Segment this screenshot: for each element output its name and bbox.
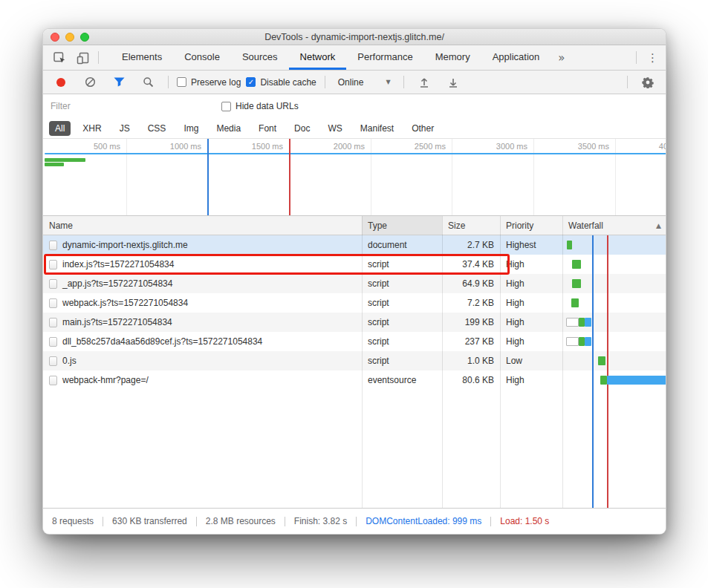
cell-name: index.js?ts=1572271054834 — [43, 255, 362, 274]
filter-toggle-button[interactable] — [107, 77, 131, 87]
filter-pill-css[interactable]: CSS — [142, 121, 172, 136]
request-row-2[interactable]: index.js?ts=1572271054834script37.4 KBHi… — [43, 255, 666, 274]
preserve-log-checkbox[interactable]: Preserve log — [177, 77, 241, 88]
hide-data-urls-checkbox[interactable]: Hide data URLs — [221, 101, 299, 111]
cell-type: script — [362, 293, 442, 313]
filter-pill-other[interactable]: Other — [406, 121, 440, 136]
checkbox-unchecked-icon — [177, 77, 186, 87]
request-name: index.js?ts=1572271054834 — [62, 259, 174, 270]
file-icon — [49, 298, 57, 308]
waterfall-waiting-bar — [598, 356, 605, 365]
cell-priority: Low — [500, 351, 562, 370]
filter-pill-xhr[interactable]: XHR — [77, 121, 107, 136]
network-filter-bar: Hide data URLs — [43, 94, 666, 118]
device-toolbar-icon — [77, 51, 90, 65]
column-header-priority[interactable]: Priority — [500, 216, 562, 235]
cell-size: 7.2 KB — [442, 293, 500, 313]
cell-priority: High — [500, 293, 562, 313]
tab-console[interactable]: Console — [173, 45, 231, 70]
filter-pill-ws[interactable]: WS — [322, 121, 348, 136]
filter-input[interactable] — [51, 101, 199, 111]
gear-icon — [642, 76, 654, 88]
tab-network[interactable]: Network — [289, 45, 347, 70]
disable-cache-checkbox[interactable]: Disable cache — [246, 77, 316, 88]
network-overview-timeline[interactable]: 500 ms1000 ms1500 ms2000 ms2500 ms3000 m… — [43, 139, 666, 216]
device-toolbar-button[interactable] — [71, 45, 95, 70]
status-separator — [356, 517, 357, 526]
timeline-tick-label: 3500 ms — [578, 142, 609, 151]
request-row-4[interactable]: webpack.js?ts=1572271054834script7.2 KBH… — [43, 293, 666, 313]
request-name: dynamic-import-nextjs.glitch.me — [62, 240, 188, 250]
request-name: _app.js?ts=1572271054834 — [62, 278, 172, 289]
filter-pill-media[interactable]: Media — [210, 121, 247, 136]
request-name: webpack-hmr?page=/ — [62, 375, 149, 385]
cell-type: script — [362, 332, 442, 351]
cell-name: 0.js — [43, 351, 362, 370]
toolbar-separator — [98, 51, 99, 64]
cell-waterfall — [562, 293, 666, 313]
filter-pill-all[interactable]: All — [49, 121, 71, 136]
tab-elements[interactable]: Elements — [111, 45, 173, 70]
request-row-1[interactable]: dynamic-import-nextjs.glitch.medocument2… — [43, 235, 666, 255]
filter-pill-doc[interactable]: Doc — [288, 121, 316, 136]
status-separator — [196, 517, 197, 526]
cell-name: main.js?ts=1572271054834 — [43, 313, 362, 332]
file-icon — [49, 376, 57, 385]
import-har-button[interactable] — [412, 76, 436, 88]
column-header-name[interactable]: Name — [43, 216, 362, 235]
minimize-window-button[interactable] — [65, 33, 74, 42]
export-har-button[interactable] — [441, 76, 465, 88]
request-row-8[interactable]: webpack-hmr?page=/eventsource80.6 KBHigh — [43, 370, 666, 390]
devtools-menu-button[interactable]: ⋮ — [640, 45, 666, 70]
search-button[interactable] — [136, 76, 160, 88]
request-row-5[interactable]: main.js?ts=1572271054834script199 KBHigh — [43, 313, 666, 332]
cell-priority: High — [500, 255, 562, 274]
throttling-dropdown[interactable]: Online ▼ — [334, 77, 395, 88]
timeline-gridline — [615, 139, 616, 215]
inspect-element-button[interactable] — [48, 45, 71, 70]
tab-performance[interactable]: Performance — [346, 45, 423, 70]
filter-pill-manifest[interactable]: Manifest — [354, 121, 400, 136]
column-header-size[interactable]: Size — [442, 216, 500, 235]
traffic-lights — [51, 29, 89, 45]
request-row-6[interactable]: dll_b58c257da4aa56d89cef.js?ts=157227105… — [43, 332, 666, 351]
timeline-tick-label: 1500 ms — [252, 142, 283, 151]
filter-pill-img[interactable]: Img — [178, 121, 204, 136]
close-window-button[interactable] — [51, 33, 59, 42]
cell-size: 199 KB — [442, 313, 500, 332]
cell-priority: Highest — [500, 235, 562, 255]
clear-network-log-button[interactable] — [78, 76, 102, 88]
window-titlebar[interactable]: DevTools - dynamic-import-nextjs.glitch.… — [43, 29, 666, 45]
preserve-log-label: Preserve log — [191, 77, 241, 88]
fullscreen-window-button[interactable] — [80, 33, 89, 42]
status-bar: 8 requests630 KB transferred2.8 MB resou… — [43, 508, 666, 534]
toolbar-separator — [403, 76, 404, 88]
record-network-log-button[interactable] — [49, 78, 73, 87]
waterfall-download-bar — [607, 376, 666, 385]
column-label: Type — [368, 220, 387, 231]
devtools-tab-bar: ElementsConsoleSourcesNetworkPerformance… — [43, 45, 666, 71]
cell-type: script — [362, 313, 442, 332]
waterfall-waiting-bar — [579, 318, 585, 327]
tab-memory[interactable]: Memory — [424, 45, 481, 70]
download-arrow-icon — [447, 76, 459, 88]
tab-sources[interactable]: Sources — [231, 45, 289, 70]
column-header-type[interactable]: Type — [362, 216, 442, 235]
cell-name: webpack.js?ts=1572271054834 — [43, 293, 362, 313]
filter-pill-js[interactable]: JS — [114, 121, 136, 136]
column-separator — [562, 216, 563, 508]
toolbar-separator — [168, 76, 169, 88]
request-row-3[interactable]: _app.js?ts=1572271054834script64.9 KBHig… — [43, 274, 666, 293]
more-panels-button[interactable]: » — [551, 45, 572, 70]
waterfall-queueing-bar — [566, 318, 579, 327]
column-header-waterfall[interactable]: Waterfall▲ — [562, 216, 666, 235]
tab-application[interactable]: Application — [481, 45, 551, 70]
filter-pill-font[interactable]: Font — [253, 121, 282, 136]
dcl-event-line — [592, 235, 594, 508]
column-separator — [442, 216, 443, 508]
request-row-7[interactable]: 0.jsscript1.0 KBLow — [43, 351, 666, 370]
network-settings-button[interactable] — [636, 76, 660, 88]
waterfall-waiting-bar — [572, 279, 581, 288]
panel-tabs: ElementsConsoleSourcesNetworkPerformance… — [111, 45, 551, 70]
window-title: DevTools - dynamic-import-nextjs.glitch.… — [264, 32, 444, 42]
